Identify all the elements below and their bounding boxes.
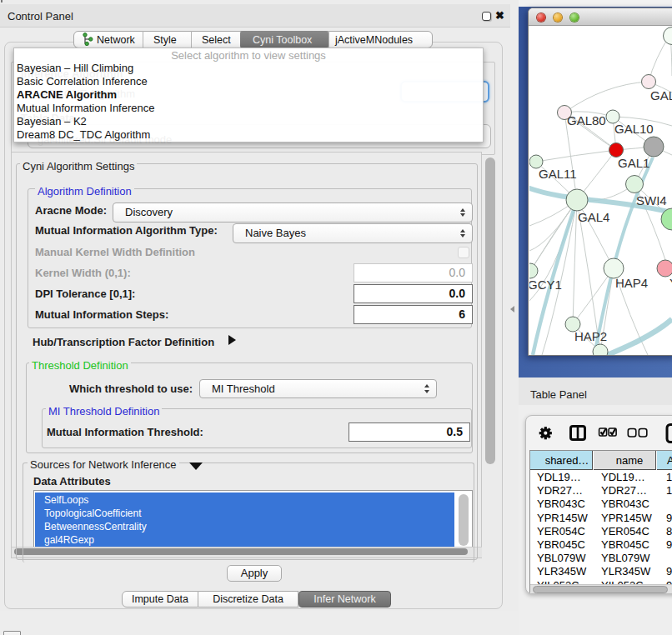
svg-text:GAL4: GAL4 — [578, 210, 609, 224]
svg-text:SWI4: SWI4 — [636, 193, 667, 208]
svg-text:GAL80: GAL80 — [567, 113, 606, 128]
svg-text:GAL10: GAL10 — [614, 122, 654, 136]
svg-text:HAP4: HAP4 — [615, 276, 648, 290]
svg-text:GAL1: GAL1 — [618, 156, 649, 170]
svg-text:GCY1: GCY1 — [529, 278, 562, 292]
svg-text:GAL: GAL — [650, 88, 672, 102]
svg-text:HAP2: HAP2 — [574, 329, 607, 343]
svg-text:GAL11: GAL11 — [539, 167, 577, 181]
